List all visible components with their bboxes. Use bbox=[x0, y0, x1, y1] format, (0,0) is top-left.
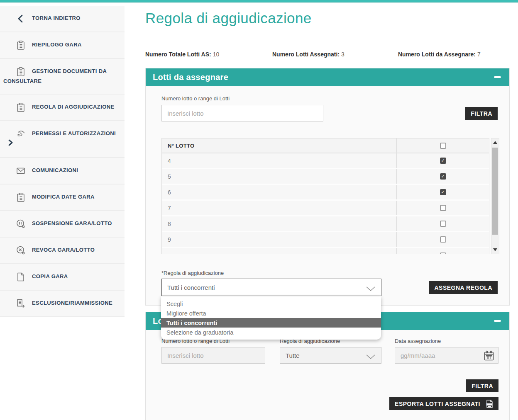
rule-select[interactable]: Tutti i concorrenti bbox=[161, 279, 381, 296]
row-checkbox[interactable] bbox=[440, 158, 446, 164]
lot-number-cell: 5 bbox=[162, 169, 397, 184]
sidebar-item-label: REGOLA DI AGGIUDICAZIONE bbox=[32, 104, 115, 110]
table-row: 4 bbox=[162, 153, 489, 169]
sidebar-item-copia-gara[interactable]: COPIA GARA bbox=[0, 264, 125, 291]
dropdown-option[interactable]: Migliore offerta bbox=[161, 308, 381, 318]
row-checkbox[interactable] bbox=[440, 221, 446, 227]
clipboard-list-icon bbox=[16, 102, 26, 112]
assigned-rule-select[interactable]: Tutte bbox=[280, 347, 381, 364]
envelope-icon bbox=[16, 166, 26, 176]
export-assigned-lots-button[interactable]: ESPORTA LOTTI ASSEGNATI XLSX bbox=[389, 397, 498, 410]
panel-title: Lotti da assegnare bbox=[153, 73, 228, 82]
document-icon bbox=[16, 272, 26, 282]
table-row: 7 bbox=[162, 201, 489, 216]
sidebar-item-sospensione-gara[interactable]: SOSPENSIONE GARA/LOTTO bbox=[0, 211, 125, 238]
sidebar-item-label: RIEPILOGO GARA bbox=[32, 41, 82, 48]
sidebar-item-regola-aggiudicazione[interactable]: REGOLA DI AGGIUDICAZIONE bbox=[0, 95, 125, 121]
lot-number-cell: 4 bbox=[162, 153, 397, 168]
x-circle-icon bbox=[16, 245, 26, 255]
assign-rule-button[interactable]: ASSEGNA REGOLA bbox=[429, 281, 498, 294]
stat-value: 10 bbox=[213, 51, 220, 58]
stat-label: Numero Totale Lotti AS: bbox=[145, 51, 211, 58]
sidebar-item-label: COMUNICAZIONI bbox=[32, 168, 78, 174]
chevron-down-icon bbox=[366, 354, 375, 361]
assignment-date-input[interactable] bbox=[395, 347, 498, 364]
calendar-icon[interactable] bbox=[484, 350, 494, 363]
rule-select-value: Tutti i concorrenti bbox=[167, 284, 215, 291]
scroll-up-arrow-icon[interactable] bbox=[493, 141, 497, 144]
sidebar-item-label: ESCLUSIONE/RIAMMISSIONE bbox=[32, 300, 112, 306]
stat-label: Numero Lotti Assegnati: bbox=[272, 51, 340, 58]
select-all-checkbox[interactable] bbox=[440, 143, 446, 149]
xlsx-file-icon: XLSX bbox=[486, 400, 493, 408]
stat-value: 7 bbox=[477, 51, 481, 58]
table-row-partial bbox=[162, 248, 489, 254]
header-divider bbox=[485, 314, 485, 328]
sidebar-item-riepilogo-gara[interactable]: RIEPILOGO GARA bbox=[0, 32, 125, 59]
stat-value: 3 bbox=[341, 51, 345, 58]
lot-number-cell: 9 bbox=[162, 232, 397, 247]
dropdown-option[interactable]: Tutti i concorrenti bbox=[161, 318, 381, 328]
collapse-minus-icon[interactable] bbox=[492, 317, 503, 325]
sidebar-item-label: TORNA INDIETRO bbox=[32, 15, 81, 21]
scroll-down-arrow-icon[interactable] bbox=[493, 248, 497, 251]
sidebar-item-comunicazioni[interactable]: COMUNICAZIONI bbox=[0, 158, 125, 185]
lot-number-cell: 6 bbox=[162, 185, 397, 199]
clipboard-list-icon bbox=[16, 67, 26, 77]
clipboard-list-icon bbox=[16, 40, 26, 50]
lots-table: N° LOTTO 4 5 6 7 8 9 bbox=[161, 138, 489, 254]
scrollbar-thumb[interactable] bbox=[492, 148, 498, 235]
stat-label: Numero Lotti da Assegnare: bbox=[398, 51, 476, 58]
table-row: 9 bbox=[162, 232, 489, 248]
sidebar-item-modifica-date-gara[interactable]: MODIFICA DATE GARA bbox=[0, 185, 125, 211]
assignment-date-label: Data assegnazione bbox=[395, 338, 441, 344]
table-row: 5 bbox=[162, 169, 489, 185]
sidebar-item-torna-indietro[interactable]: TORNA INDIETRO bbox=[0, 6, 125, 32]
sidebar-item-label: PERMESSI E AUTORIZZAZIONI bbox=[32, 131, 116, 137]
panel-lots-to-assign: Lotti da assegnare Numero lotto o range … bbox=[145, 68, 510, 306]
sidebar-item-label: REVOCA GARA/LOTTO bbox=[32, 247, 95, 253]
sidebar-item-label: COPIA GARA bbox=[32, 274, 68, 280]
sidebar-item-gestione-documenti[interactable]: GESTIONE DOCUMENTI DA CONSULTARE bbox=[0, 59, 125, 95]
table-header-row: N° LOTTO bbox=[162, 138, 489, 153]
lot-stats-row: Numero Totale Lotti AS:10 Numero Lotti A… bbox=[145, 51, 510, 59]
rule-dropdown-menu: Scegli Migliore offerta Tutti i concorre… bbox=[161, 296, 381, 340]
table-row: 6 bbox=[162, 185, 489, 201]
sidebar-item-esclusione-riammissione[interactable]: ESCLUSIONE/RIAMMISSIONE bbox=[0, 291, 125, 317]
document-arrow-icon bbox=[16, 299, 26, 308]
lot-filter-input[interactable] bbox=[161, 105, 323, 121]
page-title: Regola di aggiudicazione bbox=[145, 10, 312, 27]
back-chevron-icon bbox=[16, 14, 26, 24]
row-checkbox[interactable] bbox=[440, 189, 446, 195]
lot-number-cell: 7 bbox=[162, 201, 397, 215]
chevron-down-icon bbox=[366, 286, 375, 293]
table-row: 8 bbox=[162, 216, 489, 232]
svg-text:XLSX: XLSX bbox=[486, 403, 492, 405]
assigned-rule-select-value: Tutte bbox=[286, 352, 300, 359]
col-header-lot-number: N° LOTTO bbox=[162, 138, 397, 153]
sidebar-item-label: SOSPENSIONE GARA/LOTTO bbox=[32, 221, 112, 227]
row-checkbox[interactable] bbox=[440, 236, 446, 243]
top-accent-bar bbox=[0, 0, 518, 2]
rule-select-label: *Regola di aggiudicazione bbox=[161, 270, 224, 276]
pause-circle-icon bbox=[16, 219, 26, 229]
assigned-lot-filter-input[interactable] bbox=[161, 347, 265, 364]
row-checkbox[interactable] bbox=[440, 173, 446, 180]
sidebar-item-permessi-autorizzazioni[interactable]: PERMESSI E AUTORIZZAZIONI bbox=[0, 121, 125, 158]
panel-header: Lotti da assegnare bbox=[146, 68, 509, 86]
hand-permissions-icon bbox=[16, 129, 26, 139]
stat-lots-to-assign: Numero Lotti da Assegnare:7 bbox=[398, 51, 481, 58]
row-checkbox[interactable] bbox=[440, 205, 446, 211]
export-button-label: ESPORTA LOTTI ASSEGNATI bbox=[395, 401, 480, 407]
table-scrollbar[interactable] bbox=[491, 138, 499, 254]
assigned-filter-button[interactable]: FILTRA bbox=[466, 379, 498, 392]
chevron-right-icon bbox=[7, 139, 13, 149]
dropdown-option[interactable]: Scegli bbox=[161, 299, 381, 308]
sidebar-item-revoca-gara[interactable]: REVOCA GARA/LOTTO bbox=[0, 238, 125, 264]
lot-filter-label: Numero lotto o range di Lotti bbox=[161, 95, 230, 102]
sidebar: TORNA INDIETRO RIEPILOGO GARA GESTIONE D… bbox=[0, 6, 125, 317]
dropdown-option[interactable]: Selezione da graduatoria bbox=[161, 328, 381, 337]
collapse-minus-icon[interactable] bbox=[492, 73, 503, 81]
row-checkbox[interactable] bbox=[440, 252, 446, 254]
filter-button[interactable]: FILTRA bbox=[465, 107, 498, 120]
